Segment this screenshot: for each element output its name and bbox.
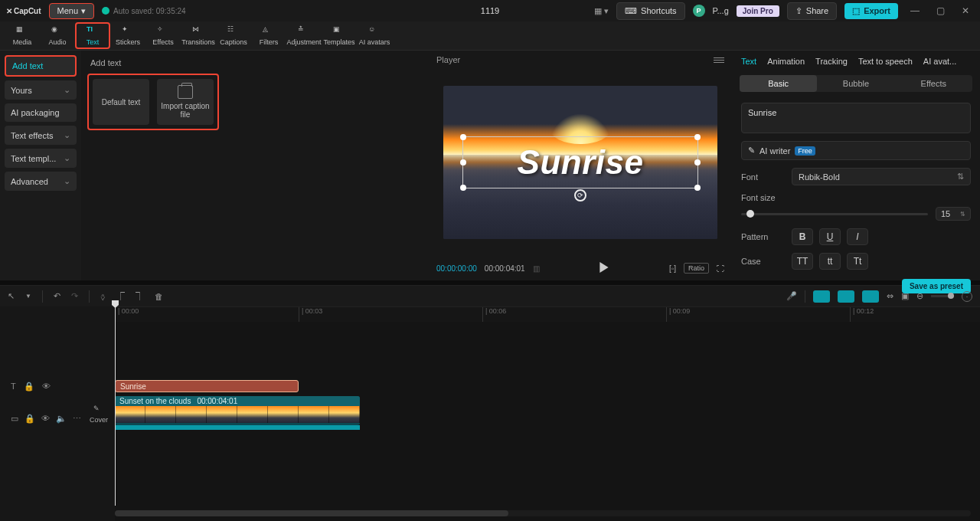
insp-tab-animation[interactable]: Animation	[767, 57, 805, 66]
tab-stickers[interactable]: ✦Stickers	[110, 24, 145, 48]
playhead[interactable]	[115, 302, 116, 506]
more-icon[interactable]: ⋯	[73, 414, 81, 424]
undo-icon[interactable]: ↶	[54, 291, 60, 301]
tab-adjustment[interactable]: ≛Adjustment	[286, 24, 322, 48]
insp-tab-aiavatar[interactable]: AI avat...	[923, 57, 956, 66]
text-selection-box[interactable]: Sunrise ⟳	[462, 136, 698, 188]
play-button[interactable]	[599, 262, 609, 274]
mute-icon[interactable]: 🔈	[56, 414, 67, 424]
redo-icon[interactable]: ↷	[71, 291, 78, 301]
tab-transitions[interactable]: ⋈Transitions	[181, 24, 216, 48]
insp-tab-text[interactable]: Text	[741, 57, 756, 66]
maximize-icon[interactable]: ▢	[932, 5, 949, 16]
compare-icon[interactable]: ▥	[533, 264, 540, 273]
user-avatar[interactable]: P	[693, 5, 705, 17]
magnet-toggle-1[interactable]	[813, 290, 830, 303]
lock-icon[interactable]: 🔒	[24, 382, 34, 392]
text-clip[interactable]: Sunrise	[115, 380, 299, 392]
card-default-text[interactable]: Default text	[93, 79, 149, 125]
sidebar-item-text-effects[interactable]: Text effects⌄	[5, 126, 77, 145]
scan-icon[interactable]: [◦]	[669, 264, 676, 273]
align-icon[interactable]: ⇔	[887, 291, 893, 301]
italic-button[interactable]: I	[847, 228, 868, 245]
pointer-dropdown-icon[interactable]: ▼	[25, 293, 31, 300]
handle-icon[interactable]	[460, 159, 466, 165]
fontsize-slider[interactable]	[741, 213, 928, 215]
tab-media[interactable]: ▦Media	[5, 24, 40, 48]
sidebar-item-advanced[interactable]: Advanced⌄	[5, 172, 77, 191]
stepper-icon[interactable]: ⇅	[960, 211, 965, 218]
insp-tab-tracking[interactable]: Tracking	[815, 57, 848, 66]
magnet-toggle-3[interactable]	[862, 290, 879, 303]
export-button[interactable]: ⬚ Export	[844, 3, 898, 19]
player-menu-icon[interactable]	[714, 57, 724, 63]
snap-icon[interactable]: ▣	[901, 291, 909, 301]
card-import-caption[interactable]: Import caption file	[157, 79, 214, 125]
tab-audio[interactable]: ◉Audio	[40, 24, 75, 48]
text-track-icon[interactable]: T	[11, 382, 16, 392]
case-title-button[interactable]: Tt	[847, 253, 868, 270]
mic-icon[interactable]: 🎤	[786, 291, 797, 301]
zoom-slider[interactable]	[931, 295, 954, 297]
lock-icon[interactable]: 🔒	[24, 414, 35, 424]
timeline-tracks[interactable]: | 00:00 | 00:03 | 00:06 | 00:09 | 00:12 …	[115, 306, 980, 521]
case-upper-button[interactable]: TT	[792, 253, 813, 270]
tab-text[interactable]: TIText	[75, 22, 110, 49]
insp-tab-tts[interactable]: Text to speech	[858, 57, 913, 66]
trim-left-icon[interactable]: ⎾	[116, 292, 125, 301]
timeline-ruler[interactable]: | 00:00 | 00:03 | 00:06 | 00:09 | 00:12	[115, 306, 980, 322]
pointer-tool-icon[interactable]: ↖	[8, 291, 15, 301]
timeline-scrollbar[interactable]	[115, 510, 971, 516]
handle-icon[interactable]	[460, 185, 466, 191]
sidebar-item-text-templates[interactable]: Text templ...⌄	[5, 149, 77, 168]
tab-ai-avatars[interactable]: ☺AI avatars	[357, 24, 392, 48]
player-canvas[interactable]: Sunrise ⟳	[429, 69, 732, 256]
underline-button[interactable]: U	[819, 228, 841, 245]
handle-icon[interactable]	[694, 185, 701, 191]
split-icon[interactable]: ⎀	[100, 292, 106, 301]
project-title[interactable]: 1119	[481, 6, 499, 15]
user-name[interactable]: P...g	[713, 6, 729, 15]
share-button[interactable]: ⇪ Share	[787, 2, 837, 20]
subtab-effects[interactable]: Effects	[895, 75, 972, 92]
handle-icon[interactable]	[694, 159, 701, 165]
tab-effects[interactable]: ✧Effects	[145, 24, 181, 48]
audio-strip[interactable]	[115, 425, 360, 430]
eye-icon[interactable]: 👁	[42, 382, 51, 392]
join-pro-button[interactable]: Join Pro	[737, 5, 779, 17]
delete-icon[interactable]: 🗑	[155, 292, 163, 301]
tab-templates[interactable]: ▣Templates	[322, 24, 357, 48]
video-track-icon[interactable]: ▭	[11, 414, 18, 424]
preview-text[interactable]: Sunrise	[518, 143, 644, 182]
zoom-fit-icon[interactable]: ·	[962, 291, 972, 302]
trim-right-icon[interactable]: ⏋	[136, 292, 144, 301]
menu-button[interactable]: Menu ▾	[49, 3, 95, 19]
magnet-toggle-2[interactable]	[838, 290, 854, 303]
subtab-basic[interactable]: Basic	[740, 75, 817, 92]
cover-button[interactable]: ✎ Cover	[86, 405, 112, 424]
case-lower-button[interactable]: tt	[819, 253, 841, 270]
eye-icon[interactable]: 👁	[41, 414, 50, 424]
ratio-button[interactable]: Ratio	[684, 263, 709, 274]
fontsize-input[interactable]: 15⇅	[936, 207, 971, 221]
fullscreen-icon[interactable]: ⛶	[717, 264, 724, 273]
minimize-icon[interactable]: —	[906, 5, 924, 16]
close-icon[interactable]: ✕	[957, 5, 974, 16]
layout-icon[interactable]: ▦ ▾	[594, 6, 609, 16]
rotate-handle-icon[interactable]: ⟳	[574, 189, 586, 202]
subtab-bubble[interactable]: Bubble	[817, 75, 894, 92]
bold-button[interactable]: B	[792, 228, 813, 245]
tab-filters[interactable]: ◬Filters	[251, 24, 286, 48]
shortcuts-button[interactable]: ⌨ Shortcuts	[616, 2, 684, 20]
sidebar-item-add-text[interactable]: Add text	[5, 55, 77, 77]
scrollbar-thumb[interactable]	[115, 510, 508, 516]
video-clip[interactable]: Sunset on the clouds00:00:04:01	[115, 396, 360, 425]
slider-knob[interactable]	[746, 210, 754, 218]
font-select[interactable]: Rubik-Bold⇅	[792, 168, 971, 185]
sidebar-item-ai-packaging[interactable]: AI packaging	[5, 103, 77, 122]
zoom-out-icon[interactable]: ⊖	[916, 291, 923, 301]
tab-captions[interactable]: ☷Captions	[216, 24, 251, 48]
sidebar-item-yours[interactable]: Yours⌄	[5, 80, 77, 100]
text-input[interactable]: Sunrise	[741, 103, 971, 133]
ai-writer-row[interactable]: ✎ AI writer Free	[741, 141, 971, 160]
